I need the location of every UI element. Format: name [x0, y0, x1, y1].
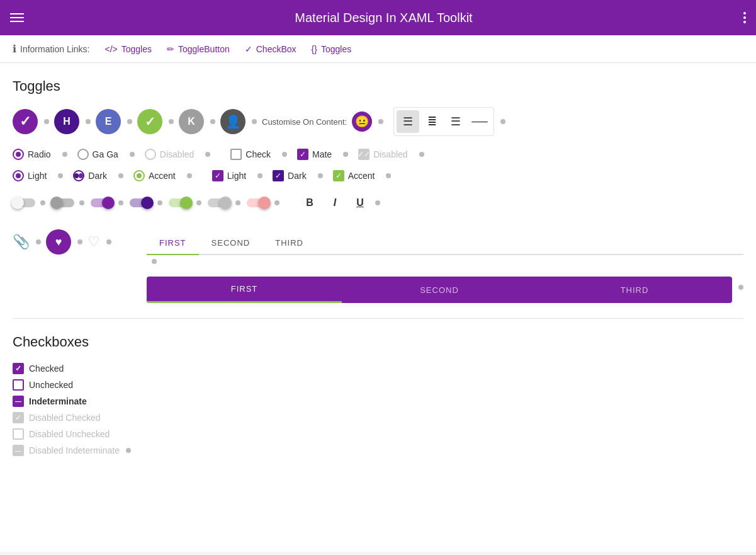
more-vert-icon[interactable]: [743, 12, 746, 23]
toggle-switch-pink[interactable]: [247, 198, 269, 207]
align-right-button[interactable]: ☰: [444, 110, 467, 133]
toggle-switch-purple-1[interactable]: [91, 198, 113, 207]
code-icon-2: {}: [312, 44, 317, 54]
radio-dark[interactable]: Dark: [73, 170, 107, 181]
info-link-togglebutton[interactable]: ✏ ToggleButton: [167, 44, 230, 54]
list-item-disabled-checked: Disabled Checked: [13, 412, 743, 423]
checkbox-light-label: Light: [227, 171, 246, 181]
radio-disabled-circle: [145, 149, 156, 160]
checkbox-mate[interactable]: Mate: [297, 149, 332, 160]
format-bar: B I U: [298, 192, 380, 214]
align-left-button[interactable]: ☰: [397, 110, 419, 133]
toggle-switch-gray-1[interactable]: [52, 198, 74, 207]
radio-dark-circle: [73, 170, 84, 181]
emoji-face[interactable]: 😐: [352, 112, 372, 132]
cb-dis-checked-box: [13, 412, 24, 423]
main-content: Toggles ✓ H E K 👤 Customise On Content: …: [0, 63, 756, 552]
r1-ripple-3: [205, 152, 210, 157]
sw-ripple-3: [118, 200, 123, 205]
align-justify-button[interactable]: ──: [468, 110, 491, 133]
tabs-filled-container: FIRST SECOND THIRD: [147, 272, 743, 303]
info-link-toggles-1[interactable]: </> Toggles: [105, 44, 152, 54]
checkbox-dark[interactable]: ✓ Dark: [273, 170, 307, 181]
section-divider: [13, 318, 743, 319]
bold-button[interactable]: B: [298, 192, 321, 214]
checkbox-disabled-label: Disabled: [373, 149, 407, 159]
info-label: ℹ Information Links:: [13, 43, 90, 55]
sw-ripple-4: [157, 200, 162, 205]
list-item-indeterminate[interactable]: Indeterminate: [13, 396, 743, 407]
toggle-circles-row: ✓ H E K 👤 Customise On Content: 😐 ☰: [13, 107, 743, 136]
checkbox-accent-label: Accent: [348, 171, 375, 181]
list-item-unchecked[interactable]: Unchecked: [13, 379, 743, 391]
checkbox-accent[interactable]: Accent: [333, 170, 375, 181]
checkbox-mate-box: [297, 149, 308, 160]
toggle-switch-dark[interactable]: [130, 198, 152, 207]
r2-ripple-1: [58, 173, 63, 178]
cb-checked-box: [13, 363, 24, 374]
r2-ripple-5: [318, 173, 323, 178]
underline-button[interactable]: U: [349, 192, 371, 214]
tab-first-filled[interactable]: FIRST: [147, 277, 342, 303]
toggle-k-avatar[interactable]: K: [179, 109, 204, 134]
italic-button[interactable]: I: [324, 192, 346, 214]
list-item-checked[interactable]: Checked: [13, 363, 743, 374]
r1-ripple-5: [343, 152, 348, 157]
toggle-switch-mixed[interactable]: [208, 198, 230, 207]
tab-first-outline[interactable]: FIRST: [147, 232, 199, 255]
ripple-3: [127, 119, 132, 124]
cb-unchecked-label: Unchecked: [29, 380, 73, 390]
tab-third-outline[interactable]: THIRD: [262, 232, 316, 255]
checkbox-check[interactable]: Check: [230, 149, 271, 160]
checkbox-light[interactable]: Light: [212, 170, 246, 181]
cb-indeterminate-box: [13, 396, 24, 407]
radio-accent[interactable]: Accent: [133, 170, 176, 181]
switches-row: B I U: [13, 192, 743, 214]
radio-radio[interactable]: Radio: [13, 149, 51, 160]
toggle-h-avatar[interactable]: H: [54, 109, 79, 134]
info-link-text-3: CheckBox: [256, 44, 296, 54]
radio-light-circle: [13, 170, 24, 181]
header: Material Design In XAML Toolkit: [0, 0, 756, 35]
cb-dis-indeterminate-label: Disabled Indeterminate: [29, 445, 120, 455]
toggle-switch-green[interactable]: [169, 198, 191, 207]
person-avatar[interactable]: 👤: [220, 109, 245, 134]
radio-row-1: Radio Ga Ga Disabled Check Mate: [13, 149, 743, 160]
list-item-disabled-unchecked: Disabled Unchecked: [13, 428, 743, 440]
paperclip-icon[interactable]: 📎: [13, 234, 30, 250]
info-icon: ℹ: [13, 43, 16, 55]
radio-dark-label: Dark: [88, 171, 107, 181]
toggle-checked-purple[interactable]: ✓: [13, 109, 38, 134]
toggle-green-check[interactable]: [137, 109, 162, 134]
info-label-text: Information Links:: [20, 44, 90, 54]
radio-light-label: Light: [28, 171, 47, 181]
cb-dis-indeterminate-box: [13, 445, 24, 456]
cb-dis-checked-label: Disabled Checked: [29, 413, 101, 423]
info-link-checkbox[interactable]: ✓ CheckBox: [245, 44, 296, 54]
heart-outline-icon[interactable]: ♡: [87, 234, 100, 250]
tab-third-filled[interactable]: THIRD: [537, 278, 732, 302]
radio-empty: [77, 149, 89, 160]
toggle-e-avatar[interactable]: E: [96, 109, 121, 134]
menu-icon[interactable]: [10, 13, 24, 22]
info-link-text-1: Toggles: [121, 44, 152, 54]
radio-light[interactable]: Light: [13, 170, 47, 181]
code-icon-1: </>: [105, 44, 118, 54]
info-link-toggles-2[interactable]: {} Toggles: [312, 44, 352, 54]
header-title: Material Design In XAML Toolkit: [295, 11, 472, 25]
cb-checked-label: Checked: [29, 363, 64, 374]
align-center-button[interactable]: ≣: [420, 110, 443, 133]
heart-button[interactable]: ♥: [46, 229, 71, 255]
tab-second-outline[interactable]: SECOND: [199, 232, 263, 255]
radio-gaga[interactable]: Ga Ga: [77, 149, 118, 160]
radio-row-2: Light Dark Accent Light ✓ Dark: [13, 170, 743, 181]
switch-on-purple-1: [91, 198, 123, 207]
icon-ripple-3: [106, 239, 111, 244]
cb-dis-unchecked-box: [13, 428, 24, 440]
checkboxes-section: Checkboxes Checked Unchecked Indetermina…: [13, 334, 743, 456]
toggle-switch-off-1[interactable]: [13, 198, 35, 207]
r1-ripple-4: [282, 152, 287, 157]
info-link-text-2: ToggleButton: [178, 44, 230, 54]
radio-accent-circle: [133, 170, 145, 181]
tab-second-filled[interactable]: SECOND: [342, 278, 537, 302]
